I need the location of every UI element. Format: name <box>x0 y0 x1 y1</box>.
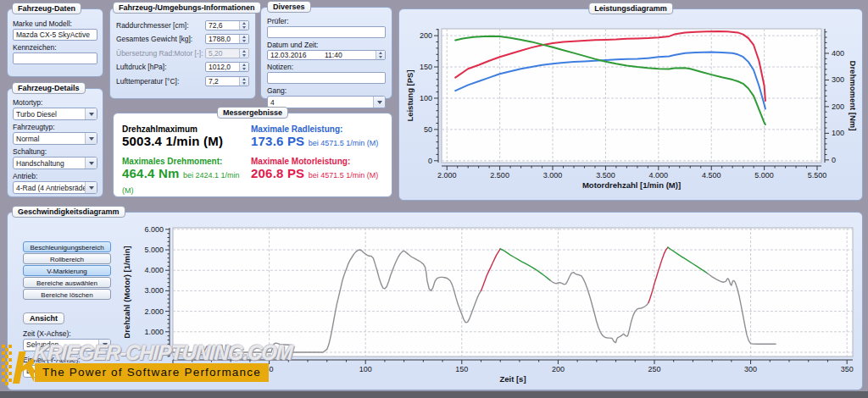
panel-messergebnisse: Messergebnisse Drehzahlmaximum 5003.4 1/… <box>113 113 392 197</box>
svg-text:150: 150 <box>455 365 468 373</box>
chevron-down-icon[interactable] <box>85 133 97 144</box>
antrieb-label: Antrieb: <box>13 172 97 180</box>
raddurchmesser-row: Raddurchmesser [cm]:72,6 <box>116 20 249 30</box>
panel-title-umgebung: Fahrzeug-/Umgebungs-Informationen <box>113 2 261 14</box>
spinner-buttons[interactable] <box>239 77 248 86</box>
geschwindigkeits-chart[interactable]: 50100150200250300350Zeit [s]01.0002.0003… <box>8 213 862 390</box>
leistungs-chart[interactable]: 2.0002.5003.0003.5004.0004.5005.0005.500… <box>399 9 862 200</box>
datum-zeit-spinbox[interactable]: 12.03.2016 11:40 <box>267 50 386 60</box>
kennzeichen-label: Kennzeichen: <box>13 43 97 52</box>
svg-text:0: 0 <box>832 156 836 164</box>
svg-text:6.000: 6.000 <box>144 225 164 234</box>
svg-text:Drehzahl (Motor) [1/min]: Drehzahl (Motor) [1/min] <box>122 246 131 338</box>
chevron-down-icon[interactable] <box>85 182 97 193</box>
notizen-input[interactable] <box>267 72 386 84</box>
zeit-value[interactable]: 11:40 <box>322 51 376 59</box>
svg-text:0: 0 <box>428 157 432 165</box>
result-drehzahlmaximum: Drehzahlmaximum 5003.4 1/min (M) <box>122 124 251 149</box>
panel-title-geschwindigkeitsdiagramm: Geschwindigkeitsdiagramm <box>12 206 125 218</box>
spin-up-icon[interactable] <box>242 78 246 80</box>
spin-down-icon[interactable] <box>242 68 246 70</box>
spinner-buttons[interactable] <box>239 35 248 43</box>
spin-down-icon[interactable] <box>242 54 246 57</box>
spin-down-icon[interactable] <box>242 26 246 29</box>
result-drehmoment: Maximales Drehmoment: 464.4 Nm bei 2424.… <box>122 157 251 196</box>
pruefer-input[interactable] <box>267 26 386 38</box>
svg-text:100: 100 <box>420 94 432 102</box>
panel-title-fahrzeug-details: Fahrzeug-Details <box>12 82 86 94</box>
svg-text:200: 200 <box>832 102 844 111</box>
svg-text:5.500: 5.500 <box>808 171 827 180</box>
svg-text:Motordrehzahl [1/min (M)]: Motordrehzahl [1/min (M)] <box>582 180 681 190</box>
result-motorleistung: Maximale Motorleistung: 206.8 PS bei 457… <box>251 157 387 196</box>
schaltung-label: Schaltung: <box>13 147 97 156</box>
kennzeichen-input[interactable] <box>13 53 97 64</box>
svg-text:5.000: 5.000 <box>754 171 774 180</box>
luftdruck-spinbox[interactable]: 1012,0 <box>205 62 249 72</box>
notizen-label: Notizen: <box>267 63 386 71</box>
panel-title-fahrzeug-daten: Fahrzeug-Daten <box>12 3 81 14</box>
svg-text:100: 100 <box>359 365 372 373</box>
lufttemperatur-label: Lufttemperatur [°C]: <box>116 77 179 86</box>
svg-text:2.000: 2.000 <box>144 307 164 316</box>
spin-down-icon[interactable] <box>242 82 246 85</box>
svg-text:100: 100 <box>832 129 844 137</box>
spinner-buttons[interactable] <box>239 63 248 71</box>
dyno-app-window: Fahrzeug-Daten Marke und Modell:Mazda CX… <box>0 0 868 398</box>
spinner-buttons[interactable] <box>376 51 385 59</box>
schaltung-select[interactable]: Handschaltung <box>13 157 97 169</box>
svg-text:150: 150 <box>420 63 432 71</box>
uebersetzung-rad-motor-row: Übersetzung Rad:Motor [-]:5,20 <box>116 48 249 58</box>
chevron-down-icon[interactable] <box>85 108 97 119</box>
motortyp-label: Motortyp: <box>13 98 97 107</box>
window-bottom-edge <box>0 391 868 398</box>
uebersetzung-rad-motor-spinbox: 5,20 <box>205 48 249 58</box>
pruefer-label: Prüfer: <box>267 17 386 25</box>
motortyp-select[interactable]: Turbo Diesel <box>13 108 97 120</box>
spinner-buttons[interactable] <box>239 21 248 30</box>
raddurchmesser-label: Raddurchmesser [cm]: <box>116 21 189 30</box>
svg-text:4.000: 4.000 <box>649 171 669 180</box>
antrieb-select[interactable]: 4-Rad (4 Antriebsräder <box>13 181 97 194</box>
marke-und-modell-label: Marke und Modell: <box>13 19 97 28</box>
luftdruck-row: Luftdruck [hPa]:1012,0 <box>116 62 249 72</box>
gesamtes-gewicht-row: Gesamtes Gewicht [kg]:1788,0 <box>116 34 249 44</box>
svg-text:5.000: 5.000 <box>144 246 164 254</box>
datum-value[interactable]: 12.03.2016 <box>268 51 322 59</box>
svg-text:3.500: 3.500 <box>596 171 615 180</box>
panel-title-leistungsdiagramm: Leistungsdiagramm <box>588 3 673 14</box>
svg-text:3.000: 3.000 <box>144 286 164 295</box>
gesamtes-gewicht-spinbox[interactable]: 1788,0 <box>205 34 249 44</box>
svg-text:350: 350 <box>841 365 854 373</box>
svg-text:200: 200 <box>420 31 432 40</box>
panel-fahrzeug-details: Fahrzeug-Details Motortyp:Turbo DieselFa… <box>7 88 103 197</box>
svg-text:Zeit [s]: Zeit [s] <box>499 374 526 384</box>
raddurchmesser-spinbox[interactable]: 72,6 <box>205 20 249 30</box>
spin-up-icon[interactable] <box>242 50 246 53</box>
svg-text:0: 0 <box>159 348 164 357</box>
marke-und-modell-input[interactable]: Mazda CX-5 SkyActive <box>13 29 97 41</box>
lufttemperatur-spinbox[interactable]: 7,2 <box>205 76 249 86</box>
spin-up-icon[interactable] <box>242 36 246 38</box>
svg-text:4.000: 4.000 <box>144 266 164 274</box>
spin-down-icon[interactable] <box>242 40 246 42</box>
svg-text:4.500: 4.500 <box>702 171 721 180</box>
gang-label: Gang: <box>267 86 386 95</box>
svg-text:1.000: 1.000 <box>144 328 164 336</box>
spin-down-icon[interactable] <box>379 56 382 58</box>
spin-up-icon[interactable] <box>242 22 246 25</box>
chevron-down-icon[interactable] <box>85 158 97 169</box>
spinner-buttons[interactable] <box>239 49 248 58</box>
panel-geschwindigkeitsdiagramm: Geschwindigkeitsdiagramm Beschleunigungs… <box>7 212 863 390</box>
panel-title-messergebnisse: Messergebnisse <box>217 107 288 119</box>
svg-text:Drehmoment [Nm]: Drehmoment [Nm] <box>849 61 858 131</box>
uebersetzung-rad-motor-label: Übersetzung Rad:Motor [-]: <box>116 49 203 58</box>
svg-text:50: 50 <box>265 365 274 373</box>
panel-leistungsdiagramm: Leistungsdiagramm 2.0002.5003.0003.5004.… <box>398 8 863 201</box>
spin-up-icon[interactable] <box>242 64 246 66</box>
svg-text:2.500: 2.500 <box>490 171 509 180</box>
fahrzeugtyp-select[interactable]: Normal <box>13 132 97 145</box>
chevron-down-icon[interactable] <box>373 97 385 108</box>
svg-text:50: 50 <box>424 125 432 134</box>
spin-up-icon[interactable] <box>379 52 382 54</box>
